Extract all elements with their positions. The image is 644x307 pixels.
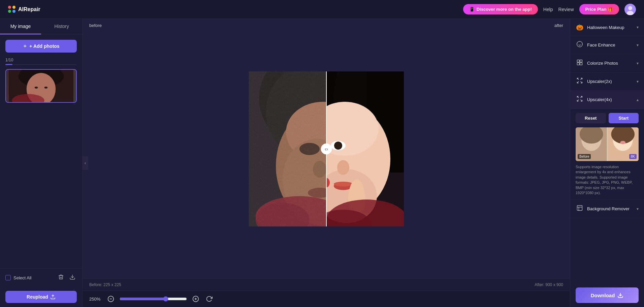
- canvas-area: before after: [83, 19, 570, 279]
- minus-circle-icon: [107, 296, 114, 302]
- upscaler-4x-icon: [576, 95, 584, 104]
- svg-rect-63: [577, 206, 582, 211]
- collapse-handle[interactable]: ‹: [83, 156, 88, 170]
- quality-badge: 8K: [629, 154, 637, 159]
- chevron-down-icon: ▾: [637, 25, 639, 30]
- svg-text:‹›: ‹›: [325, 146, 328, 152]
- chevron-down-icon: ▾: [637, 43, 639, 48]
- canvas-labels: before after: [83, 19, 570, 32]
- background-remover-icon: [576, 205, 584, 213]
- logo-dots: [8, 6, 15, 13]
- tab-history[interactable]: History: [41, 19, 82, 34]
- image-count-wrapper: 1/10: [5, 57, 77, 65]
- tool-item-left: Upscaler(2x): [576, 77, 612, 86]
- tool-name-upscaler-2x: Upscaler(2x): [587, 79, 612, 84]
- tool-name-upscaler-4x: Upscaler(4x): [587, 97, 612, 102]
- preview-before-label: Before: [578, 154, 591, 159]
- header-right: 📱 Discover more on the app! Help Review …: [463, 4, 636, 15]
- select-all-wrapper[interactable]: Select All: [5, 275, 31, 280]
- mobile-icon: 📱: [469, 7, 475, 12]
- download-icon: [617, 292, 623, 298]
- right-sidebar: 🎃 Halloween Makeup ▾ Face Enhance: [570, 19, 644, 307]
- svg-point-61: [620, 141, 625, 144]
- discover-button[interactable]: 📱 Discover more on the app!: [463, 4, 538, 14]
- zoom-reset-button[interactable]: [204, 294, 214, 304]
- tool-item-face-enhance[interactable]: Face Enhance ▾: [570, 36, 644, 54]
- tool-item-colorize[interactable]: Colorize Photos ▾: [570, 54, 644, 72]
- before-size: Before: 225 x 225: [89, 282, 121, 287]
- app-header: AIRepair 📱 Discover more on the app! Hel…: [0, 0, 644, 19]
- delete-button[interactable]: [57, 273, 65, 283]
- select-all-checkbox[interactable]: [5, 275, 11, 280]
- svg-point-8: [35, 87, 38, 89]
- image-compare[interactable]: ‹›: [249, 71, 404, 226]
- chevron-down-icon: ▾: [637, 79, 639, 84]
- sidebar-bottom: Select All: [0, 268, 82, 287]
- reset-button[interactable]: Reset: [576, 113, 606, 123]
- tool-item-background-remover[interactable]: Background Remover ▾: [570, 200, 644, 218]
- list-item[interactable]: [5, 69, 77, 103]
- plus-icon: ＋: [23, 43, 27, 49]
- tool-description: Supports image resolution enlargement by…: [576, 164, 639, 195]
- add-photos-button[interactable]: ＋ + Add photos: [5, 40, 77, 53]
- center-panel: ‹ before after: [83, 19, 570, 307]
- reupload-button[interactable]: Reupload: [5, 291, 77, 303]
- app-name: AIRepair: [18, 6, 40, 12]
- chevron-down-icon: ▾: [637, 207, 639, 211]
- price-plan-button[interactable]: Price Plan 🎁: [579, 4, 619, 14]
- tool-item-left: Face Enhance: [576, 41, 615, 49]
- upscaler-2x-icon: [576, 77, 584, 86]
- refresh-icon: [206, 296, 213, 302]
- zoom-minus-button[interactable]: [106, 294, 116, 304]
- download-thumb-button[interactable]: [68, 273, 77, 283]
- upscaler-preview-image: Before 8K: [576, 127, 639, 161]
- tool-name-colorize: Colorize Photos: [587, 61, 618, 66]
- reset-start-buttons: Reset Start: [576, 113, 639, 123]
- thumbnail-image: [6, 70, 76, 102]
- left-sidebar: My image History ＋ + Add photos 1/10: [0, 19, 83, 307]
- sidebar-tabs: My image History: [0, 19, 82, 34]
- logo-dot-yellow: [12, 6, 15, 9]
- tool-item-halloween-makeup[interactable]: 🎃 Halloween Makeup ▾: [570, 19, 644, 36]
- tool-item-upscaler-4x[interactable]: Upscaler(4x) ▴: [570, 91, 644, 109]
- halloween-icon: 🎃: [576, 24, 584, 31]
- tool-item-left: Upscaler(4x): [576, 95, 612, 104]
- download-button[interactable]: Download: [576, 287, 639, 303]
- tool-item-upscaler-2x[interactable]: Upscaler(2x) ▾: [570, 72, 644, 91]
- logo-dot-blue: [12, 10, 15, 13]
- face-enhance-icon: [576, 41, 584, 49]
- zoom-plus-button[interactable]: [191, 294, 200, 304]
- after-label: after: [554, 23, 563, 28]
- upscaler-4x-expanded: Reset Start Before: [570, 109, 644, 200]
- review-link[interactable]: Review: [558, 7, 574, 12]
- spacer: [570, 218, 644, 283]
- select-all-label: Select All: [13, 275, 31, 280]
- logo: AIRepair: [8, 6, 40, 13]
- count-bar-fill: [5, 64, 12, 65]
- logo-dot-red: [8, 6, 11, 9]
- after-size: After: 900 x 900: [535, 282, 563, 287]
- tool-name-face-enhance: Face Enhance: [587, 42, 615, 48]
- chevron-down-icon: ▾: [637, 61, 639, 66]
- zoom-level: 250%: [89, 297, 102, 302]
- help-link[interactable]: Help: [543, 7, 553, 12]
- tool-item-left: Colorize Photos: [576, 59, 618, 67]
- canvas-info: Before: 225 x 225 After: 900 x 900: [83, 279, 570, 290]
- colorize-icon: [576, 59, 584, 67]
- svg-rect-53: [580, 60, 582, 62]
- canvas-bottom-bar: 250%: [83, 290, 570, 307]
- svg-point-35: [337, 160, 349, 175]
- start-button[interactable]: Start: [609, 113, 639, 123]
- tool-name-halloween: Halloween Makeup: [587, 25, 624, 30]
- svg-point-9: [44, 87, 48, 89]
- zoom-slider[interactable]: [120, 296, 187, 302]
- tab-my-image[interactable]: My image: [0, 19, 41, 34]
- svg-point-34: [334, 142, 342, 150]
- tool-item-left: Background Remover: [576, 205, 630, 213]
- count-bar: [5, 64, 77, 65]
- tool-item-left: 🎃 Halloween Makeup: [576, 24, 624, 31]
- avatar[interactable]: [624, 4, 636, 15]
- svg-point-1: [628, 6, 632, 10]
- image-count: 1/10: [5, 58, 13, 62]
- tool-name-background-remover: Background Remover: [587, 206, 630, 211]
